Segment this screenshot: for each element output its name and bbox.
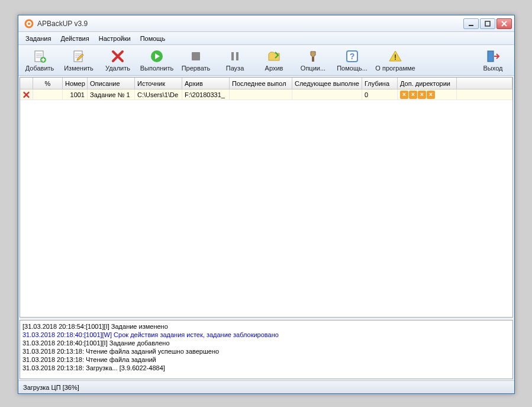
archive-icon <box>267 49 281 63</box>
edit-label: Изменить <box>64 65 93 72</box>
cell-nextrun <box>292 89 362 100</box>
log-pane[interactable]: [31.03.2018 20:18:54:[1001][I] Задание и… <box>20 320 513 379</box>
error-icon <box>22 91 30 99</box>
svg-point-1 <box>28 23 30 25</box>
options-icon <box>306 49 320 63</box>
main-window: APBackUP v3.9 Задания Действия Настройки… <box>18 15 515 394</box>
col-archive[interactable]: Архив <box>182 78 230 89</box>
menu-tasks[interactable]: Задания <box>21 33 56 44</box>
cell-depth: 0 <box>362 89 398 100</box>
about-icon: ! <box>388 49 402 63</box>
options-button[interactable]: Опции... <box>294 46 332 75</box>
help-button[interactable]: ? Помощь... <box>333 46 371 75</box>
menubar: Задания Действия Настройки Помощь <box>18 32 514 45</box>
about-button[interactable]: ! О программе <box>372 46 418 75</box>
log-line: 31.03.2018 20:18:40:[1001][I] Задание до… <box>22 339 510 347</box>
col-spacer <box>457 78 512 89</box>
svg-text:?: ? <box>350 52 355 61</box>
svg-rect-17 <box>488 51 494 62</box>
svg-rect-3 <box>485 21 490 26</box>
exit-icon <box>486 49 500 63</box>
delete-icon <box>111 49 125 63</box>
col-percent[interactable]: % <box>33 78 63 89</box>
delete-button[interactable]: Удалить <box>99 46 137 75</box>
log-line: 31.03.2018 20:13:18: Загрузка... [3.9.60… <box>22 364 510 372</box>
cell-source: C:\Users\1\De <box>135 89 182 100</box>
edit-button[interactable]: Изменить <box>60 46 98 75</box>
cell-description: Задание № 1 <box>88 89 135 100</box>
log-line: 31.03.2018 20:13:18: Чтение файла задани… <box>22 347 510 355</box>
svg-rect-10 <box>192 52 200 60</box>
edit-icon <box>72 49 86 63</box>
col-source[interactable]: Источник <box>135 78 182 89</box>
col-status[interactable] <box>20 78 33 89</box>
col-depth[interactable]: Глубина <box>362 78 398 89</box>
svg-rect-13 <box>312 57 314 62</box>
col-description[interactable]: Описание <box>88 78 135 89</box>
titlebar[interactable]: APBackUP v3.9 <box>18 15 514 32</box>
cell-archive: F:\20180331_ <box>182 89 230 100</box>
cell-adddirs: ×××× <box>398 89 457 100</box>
cell-number: 1001 <box>63 89 88 100</box>
pause-icon <box>228 49 242 63</box>
close-button[interactable] <box>496 18 512 29</box>
cell-percent <box>33 89 63 100</box>
status-text: Загрузка ЦП [36%] <box>23 384 79 391</box>
window-title: APBackUP v3.9 <box>37 20 463 28</box>
minimize-button[interactable] <box>463 18 479 29</box>
menu-help[interactable]: Помощь <box>136 33 170 44</box>
exit-label: Выход <box>483 65 503 72</box>
delete-label: Удалить <box>105 65 130 72</box>
stop-button[interactable]: Прервать <box>177 46 215 75</box>
statusbar: Загрузка ЦП [36%] <box>18 380 514 393</box>
add-label: Добавить <box>25 65 54 72</box>
col-lastrun[interactable]: Последнее выпол <box>230 78 292 89</box>
archive-button[interactable]: Архив <box>255 46 293 75</box>
grid-body[interactable]: 1001 Задание № 1 C:\Users\1\De F:\201803… <box>20 89 512 317</box>
menu-settings[interactable]: Настройки <box>94 33 136 44</box>
cell-lastrun <box>230 89 292 100</box>
exit-button[interactable]: Выход <box>474 46 512 75</box>
pause-button[interactable]: Пауза <box>216 46 254 75</box>
task-grid: % Номер Описание Источник Архив Последне… <box>20 77 513 318</box>
add-icon <box>33 49 47 63</box>
window-controls <box>463 18 512 29</box>
options-label: Опции... <box>301 65 325 72</box>
run-button[interactable]: Выполнить <box>138 46 176 75</box>
pause-label: Пауза <box>226 65 244 72</box>
toolbar: Добавить Изменить Удалить Выполнить Прер… <box>18 45 514 76</box>
run-icon <box>150 49 164 63</box>
archive-label: Архив <box>265 65 283 72</box>
col-number[interactable]: Номер <box>63 78 88 89</box>
maximize-button[interactable] <box>480 18 495 29</box>
grid-header: % Номер Описание Источник Архив Последне… <box>20 78 512 89</box>
col-nextrun[interactable]: Следующее выполне <box>292 78 362 89</box>
col-adddirs[interactable]: Доп. директории <box>398 78 457 89</box>
help-label: Помощь... <box>337 65 367 72</box>
help-icon: ? <box>345 49 359 63</box>
about-label: О программе <box>375 65 415 72</box>
dir-flags-icon: ×××× <box>400 91 435 99</box>
log-line: 31.03.2018 20:18:40:[1001][W] Срок дейст… <box>22 331 510 339</box>
run-label: Выполнить <box>140 65 173 72</box>
svg-text:!: ! <box>394 53 396 62</box>
log-line: 31.03.2018 20:13:18: Чтение файла задани… <box>22 355 510 364</box>
cell-status <box>20 89 33 100</box>
log-line: [31.03.2018 20:18:54:[1001][I] Задание и… <box>22 322 510 331</box>
app-icon <box>24 19 34 28</box>
add-button[interactable]: Добавить <box>21 46 59 75</box>
stop-label: Прервать <box>182 65 211 72</box>
svg-rect-11 <box>231 52 234 60</box>
svg-rect-12 <box>236 52 238 60</box>
menu-actions[interactable]: Действия <box>56 33 93 44</box>
table-row[interactable]: 1001 Задание № 1 C:\Users\1\De F:\201803… <box>20 89 512 100</box>
stop-icon <box>189 49 203 63</box>
